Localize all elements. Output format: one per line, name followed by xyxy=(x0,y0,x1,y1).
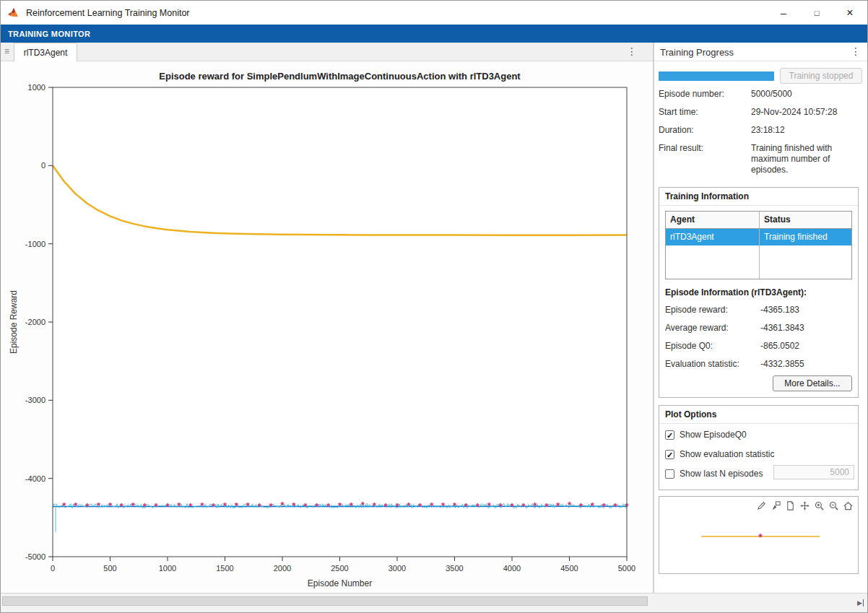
document-menu-kebab-icon[interactable]: ⋮ xyxy=(627,45,637,57)
field-label: Episode reward: xyxy=(665,305,758,315)
svg-text:1500: 1500 xyxy=(216,564,233,573)
field-value: -865.0502 xyxy=(760,341,799,351)
svg-text:0: 0 xyxy=(41,161,45,170)
zoom-in-icon[interactable] xyxy=(813,500,825,512)
option-show-episodeq0: ✓ Show EpisodeQ0 xyxy=(665,429,747,440)
svg-text:-2000: -2000 xyxy=(25,318,45,326)
field-label: Average reward: xyxy=(665,323,758,333)
show-episodeq0-checkbox[interactable]: ✓ xyxy=(665,430,674,440)
show-evaluation-statistic-checkbox[interactable]: ✓ xyxy=(665,450,674,459)
field-label: Episode number: xyxy=(659,89,748,99)
more-details-button[interactable]: More Details... xyxy=(773,375,852,391)
field-value: 29-Nov-2024 10:57:28 xyxy=(751,107,862,118)
axes-toolbar xyxy=(755,500,854,512)
group-title: Training Information xyxy=(665,191,749,201)
svg-text:1000: 1000 xyxy=(159,564,176,573)
divider xyxy=(659,423,858,424)
svg-text:Episode reward for SimplePendl: Episode reward for SimplePendlumWithImag… xyxy=(159,71,521,82)
document-tabstrip: ≡ rlTD3Agent ⋮ xyxy=(1,43,653,61)
cell-status: Training finished xyxy=(760,229,851,245)
last-n-episodes-input[interactable] xyxy=(773,465,854,479)
option-show-evaluation-statistic: ✓ Show evaluation statistic xyxy=(665,448,774,460)
field-label: Evaluation statistic: xyxy=(665,359,758,369)
episode-information-title: Episode Information (rlTD3Agent): xyxy=(665,287,807,297)
plot-thumbnail: * xyxy=(659,496,859,574)
export-icon[interactable] xyxy=(784,500,797,512)
pan-icon[interactable] xyxy=(799,500,811,512)
field-label: Episode Q0: xyxy=(665,341,758,351)
cell-agent: rlTD3Agent xyxy=(666,229,760,245)
panel-menu-kebab-icon[interactable]: ⋮ xyxy=(851,45,861,57)
table-header-row: Agent Status xyxy=(666,212,851,229)
brush-icon[interactable] xyxy=(755,500,768,512)
matlab-logo-icon xyxy=(7,7,20,19)
episode-reward-chart[interactable]: 10000-1000-2000-3000-4000-50000500100015… xyxy=(1,61,653,593)
column-header-status[interactable]: Status xyxy=(760,212,851,228)
svg-text:Episode Reward: Episode Reward xyxy=(9,290,19,354)
svg-text:Episode Number: Episode Number xyxy=(308,578,372,588)
close-button[interactable]: × xyxy=(833,1,867,25)
svg-text:4500: 4500 xyxy=(560,564,578,573)
field-value: Training finished with maximum number of… xyxy=(751,143,862,175)
field-value: -4332.3855 xyxy=(760,359,804,369)
field-label: Final result: xyxy=(659,143,748,153)
grip-icon[interactable]: ≡ xyxy=(4,46,9,56)
home-icon[interactable] xyxy=(842,500,854,512)
show-last-n-episodes-checkbox[interactable] xyxy=(665,469,674,479)
training-progress-panel: Training Progress ⋮ Training stopped Epi… xyxy=(654,43,868,593)
checkbox-label: Show EpisodeQ0 xyxy=(680,430,747,440)
divider xyxy=(659,205,858,206)
panel-expander-icon[interactable]: ▶ xyxy=(857,599,864,607)
training-information-group: Training Information Agent Status rlTD3A… xyxy=(659,187,859,398)
svg-text:-5000: -5000 xyxy=(25,552,45,561)
app-window: Reinforcement Learning Training Monitor … xyxy=(0,0,868,613)
progress-fill xyxy=(659,71,774,81)
svg-text:-4000: -4000 xyxy=(25,474,45,483)
panel-header: Training Progress ⋮ xyxy=(654,43,868,61)
field-label: Duration: xyxy=(659,125,748,135)
field-value: -4365.183 xyxy=(760,305,799,315)
field-value: 5000/5000 xyxy=(751,89,862,100)
window-controls: – □ × xyxy=(767,1,867,25)
tab-training-monitor[interactable]: TRAINING MONITOR xyxy=(1,30,97,38)
svg-text:-3000: -3000 xyxy=(25,396,45,404)
svg-text:0: 0 xyxy=(51,564,55,573)
svg-text:5000: 5000 xyxy=(618,564,635,573)
svg-text:-1000: -1000 xyxy=(25,240,45,248)
document-panel: ≡ rlTD3Agent ⋮ 10000-1000-2000-3000-4000… xyxy=(1,43,653,593)
datatip-icon[interactable] xyxy=(770,500,782,512)
agent-status-table: Agent Status rlTD3Agent Training finishe… xyxy=(665,211,852,279)
svg-text:3000: 3000 xyxy=(389,564,406,573)
checkbox-label: Show evaluation statistic xyxy=(680,449,774,459)
toolstrip: TRAINING MONITOR xyxy=(1,25,867,43)
maximize-button[interactable]: □ xyxy=(800,1,833,25)
group-title: Plot Options xyxy=(665,409,716,419)
field-value: 23:18:12 xyxy=(751,125,862,136)
zoom-out-icon[interactable] xyxy=(828,500,840,512)
svg-text:2500: 2500 xyxy=(331,564,348,573)
plot-options-group: Plot Options ✓ Show EpisodeQ0 ✓ Show eva… xyxy=(659,405,859,490)
column-header-agent[interactable]: Agent xyxy=(666,212,760,228)
option-show-last-n-episodes: Show last N episodes xyxy=(665,468,763,479)
svg-text:500: 500 xyxy=(103,564,116,573)
svg-text:1000: 1000 xyxy=(28,83,45,92)
window-title: Reinforcement Learning Training Monitor xyxy=(26,8,190,18)
tab-rltd3agent[interactable]: rlTD3Agent xyxy=(14,43,77,61)
svg-text:*: * xyxy=(758,531,763,543)
svg-text:4000: 4000 xyxy=(503,564,521,573)
field-value: -4361.3843 xyxy=(760,323,804,333)
field-label: Start time: xyxy=(659,107,748,117)
title-bar: Reinforcement Learning Training Monitor … xyxy=(1,1,867,25)
training-progress-bar xyxy=(659,71,774,81)
checkbox-label: Show last N episodes xyxy=(680,469,763,479)
svg-text:2000: 2000 xyxy=(274,564,291,573)
table-empty-area xyxy=(666,245,851,279)
horizontal-scrollbar: ▶ xyxy=(1,593,867,613)
training-stopped-button[interactable]: Training stopped xyxy=(780,68,862,84)
minimize-button[interactable]: – xyxy=(767,1,800,25)
figure-area: 10000-1000-2000-3000-4000-50000500100015… xyxy=(1,61,653,593)
panel-title: Training Progress xyxy=(660,47,734,58)
table-row[interactable]: rlTD3Agent Training finished xyxy=(666,229,851,245)
svg-text:3500: 3500 xyxy=(446,564,463,573)
scrollbar-thumb[interactable] xyxy=(2,596,648,606)
